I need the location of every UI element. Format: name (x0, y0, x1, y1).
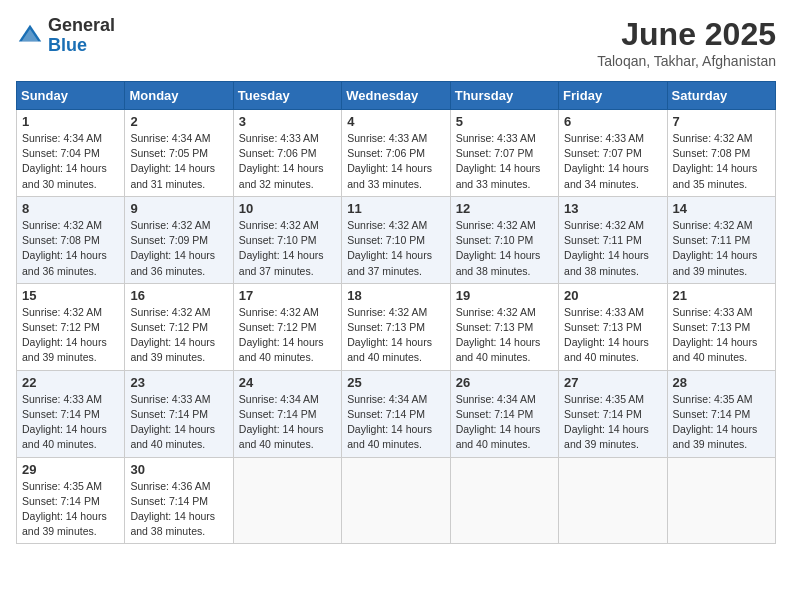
calendar-cell: 16 Sunrise: 4:32 AM Sunset: 7:12 PM Dayl… (125, 283, 233, 370)
calendar-cell: 19 Sunrise: 4:32 AM Sunset: 7:13 PM Dayl… (450, 283, 558, 370)
calendar-cell (233, 457, 341, 544)
day-info: Sunrise: 4:34 AM Sunset: 7:14 PM Dayligh… (239, 392, 336, 453)
daylight-label: Daylight: 14 hours and 38 minutes. (130, 510, 215, 537)
day-number: 8 (22, 201, 119, 216)
day-info: Sunrise: 4:32 AM Sunset: 7:11 PM Dayligh… (673, 218, 770, 279)
calendar-cell: 8 Sunrise: 4:32 AM Sunset: 7:08 PM Dayli… (17, 196, 125, 283)
day-info: Sunrise: 4:33 AM Sunset: 7:14 PM Dayligh… (22, 392, 119, 453)
day-number: 5 (456, 114, 553, 129)
calendar-cell: 13 Sunrise: 4:32 AM Sunset: 7:11 PM Dayl… (559, 196, 667, 283)
logo: General Blue (16, 16, 115, 56)
daylight-label: Daylight: 14 hours and 35 minutes. (673, 162, 758, 189)
calendar-week-row: 1 Sunrise: 4:34 AM Sunset: 7:04 PM Dayli… (17, 110, 776, 197)
day-info: Sunrise: 4:32 AM Sunset: 7:09 PM Dayligh… (130, 218, 227, 279)
calendar-cell: 24 Sunrise: 4:34 AM Sunset: 7:14 PM Dayl… (233, 370, 341, 457)
daylight-label: Daylight: 14 hours and 38 minutes. (564, 249, 649, 276)
calendar-cell: 30 Sunrise: 4:36 AM Sunset: 7:14 PM Dayl… (125, 457, 233, 544)
sunset-label: Sunset: 7:13 PM (347, 321, 425, 333)
daylight-label: Daylight: 14 hours and 32 minutes. (239, 162, 324, 189)
day-number: 27 (564, 375, 661, 390)
sunrise-label: Sunrise: 4:32 AM (239, 219, 319, 231)
day-number: 3 (239, 114, 336, 129)
sunset-label: Sunset: 7:05 PM (130, 147, 208, 159)
sunset-label: Sunset: 7:06 PM (347, 147, 425, 159)
sunrise-label: Sunrise: 4:33 AM (130, 393, 210, 405)
sunset-label: Sunset: 7:13 PM (456, 321, 534, 333)
daylight-label: Daylight: 14 hours and 33 minutes. (456, 162, 541, 189)
sunrise-label: Sunrise: 4:32 AM (130, 219, 210, 231)
day-info: Sunrise: 4:33 AM Sunset: 7:14 PM Dayligh… (130, 392, 227, 453)
sunrise-label: Sunrise: 4:33 AM (239, 132, 319, 144)
sunrise-label: Sunrise: 4:35 AM (564, 393, 644, 405)
calendar-cell: 26 Sunrise: 4:34 AM Sunset: 7:14 PM Dayl… (450, 370, 558, 457)
day-info: Sunrise: 4:33 AM Sunset: 7:07 PM Dayligh… (456, 131, 553, 192)
sunrise-label: Sunrise: 4:34 AM (22, 132, 102, 144)
sunset-label: Sunset: 7:04 PM (22, 147, 100, 159)
calendar-cell: 14 Sunrise: 4:32 AM Sunset: 7:11 PM Dayl… (667, 196, 775, 283)
sunset-label: Sunset: 7:13 PM (673, 321, 751, 333)
calendar-cell (450, 457, 558, 544)
sunrise-label: Sunrise: 4:32 AM (347, 219, 427, 231)
calendar-week-row: 22 Sunrise: 4:33 AM Sunset: 7:14 PM Dayl… (17, 370, 776, 457)
sunset-label: Sunset: 7:14 PM (130, 408, 208, 420)
sunrise-label: Sunrise: 4:36 AM (130, 480, 210, 492)
sunrise-label: Sunrise: 4:32 AM (673, 219, 753, 231)
calendar-cell: 20 Sunrise: 4:33 AM Sunset: 7:13 PM Dayl… (559, 283, 667, 370)
calendar-cell: 25 Sunrise: 4:34 AM Sunset: 7:14 PM Dayl… (342, 370, 450, 457)
calendar-cell: 9 Sunrise: 4:32 AM Sunset: 7:09 PM Dayli… (125, 196, 233, 283)
calendar-cell: 15 Sunrise: 4:32 AM Sunset: 7:12 PM Dayl… (17, 283, 125, 370)
daylight-label: Daylight: 14 hours and 40 minutes. (456, 423, 541, 450)
sunrise-label: Sunrise: 4:34 AM (347, 393, 427, 405)
sunrise-label: Sunrise: 4:32 AM (239, 306, 319, 318)
calendar-cell: 23 Sunrise: 4:33 AM Sunset: 7:14 PM Dayl… (125, 370, 233, 457)
sunrise-label: Sunrise: 4:34 AM (456, 393, 536, 405)
sunset-label: Sunset: 7:07 PM (456, 147, 534, 159)
day-info: Sunrise: 4:32 AM Sunset: 7:08 PM Dayligh… (673, 131, 770, 192)
daylight-label: Daylight: 14 hours and 40 minutes. (347, 336, 432, 363)
day-number: 29 (22, 462, 119, 477)
daylight-label: Daylight: 14 hours and 40 minutes. (564, 336, 649, 363)
month-title: June 2025 (597, 16, 776, 53)
daylight-label: Daylight: 14 hours and 39 minutes. (564, 423, 649, 450)
sunrise-label: Sunrise: 4:32 AM (347, 306, 427, 318)
sunset-label: Sunset: 7:08 PM (673, 147, 751, 159)
weekday-header: Monday (125, 82, 233, 110)
day-info: Sunrise: 4:35 AM Sunset: 7:14 PM Dayligh… (673, 392, 770, 453)
daylight-label: Daylight: 14 hours and 40 minutes. (22, 423, 107, 450)
calendar-cell: 21 Sunrise: 4:33 AM Sunset: 7:13 PM Dayl… (667, 283, 775, 370)
daylight-label: Daylight: 14 hours and 39 minutes. (673, 249, 758, 276)
day-info: Sunrise: 4:32 AM Sunset: 7:10 PM Dayligh… (239, 218, 336, 279)
day-info: Sunrise: 4:35 AM Sunset: 7:14 PM Dayligh… (22, 479, 119, 540)
day-number: 6 (564, 114, 661, 129)
weekday-header-row: SundayMondayTuesdayWednesdayThursdayFrid… (17, 82, 776, 110)
day-number: 13 (564, 201, 661, 216)
sunset-label: Sunset: 7:14 PM (130, 495, 208, 507)
day-info: Sunrise: 4:32 AM Sunset: 7:11 PM Dayligh… (564, 218, 661, 279)
sunrise-label: Sunrise: 4:35 AM (22, 480, 102, 492)
day-number: 15 (22, 288, 119, 303)
sunset-label: Sunset: 7:09 PM (130, 234, 208, 246)
day-number: 7 (673, 114, 770, 129)
calendar-cell: 5 Sunrise: 4:33 AM Sunset: 7:07 PM Dayli… (450, 110, 558, 197)
daylight-label: Daylight: 14 hours and 37 minutes. (239, 249, 324, 276)
calendar-cell: 4 Sunrise: 4:33 AM Sunset: 7:06 PM Dayli… (342, 110, 450, 197)
calendar-week-row: 15 Sunrise: 4:32 AM Sunset: 7:12 PM Dayl… (17, 283, 776, 370)
daylight-label: Daylight: 14 hours and 39 minutes. (130, 336, 215, 363)
daylight-label: Daylight: 14 hours and 36 minutes. (130, 249, 215, 276)
day-info: Sunrise: 4:33 AM Sunset: 7:06 PM Dayligh… (347, 131, 444, 192)
calendar-cell: 28 Sunrise: 4:35 AM Sunset: 7:14 PM Dayl… (667, 370, 775, 457)
daylight-label: Daylight: 14 hours and 40 minutes. (130, 423, 215, 450)
daylight-label: Daylight: 14 hours and 30 minutes. (22, 162, 107, 189)
day-number: 20 (564, 288, 661, 303)
calendar-cell: 29 Sunrise: 4:35 AM Sunset: 7:14 PM Dayl… (17, 457, 125, 544)
calendar-cell: 2 Sunrise: 4:34 AM Sunset: 7:05 PM Dayli… (125, 110, 233, 197)
sunrise-label: Sunrise: 4:34 AM (239, 393, 319, 405)
day-number: 25 (347, 375, 444, 390)
sunrise-label: Sunrise: 4:32 AM (456, 306, 536, 318)
sunrise-label: Sunrise: 4:35 AM (673, 393, 753, 405)
day-number: 14 (673, 201, 770, 216)
day-info: Sunrise: 4:36 AM Sunset: 7:14 PM Dayligh… (130, 479, 227, 540)
day-number: 21 (673, 288, 770, 303)
daylight-label: Daylight: 14 hours and 40 minutes. (456, 336, 541, 363)
daylight-label: Daylight: 14 hours and 39 minutes. (22, 336, 107, 363)
